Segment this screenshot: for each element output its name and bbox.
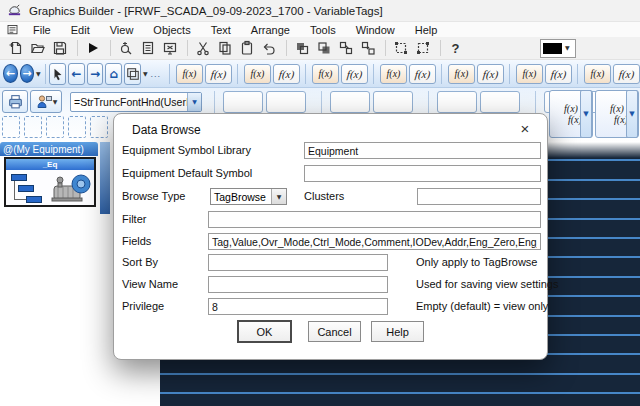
page-list-button[interactable] <box>124 63 141 85</box>
expression-combo-dropdown[interactable]: ▼ <box>187 93 201 111</box>
menu-text[interactable]: Text <box>201 24 241 36</box>
expression-button[interactable]: f(x) <box>584 64 611 84</box>
browse-type-select[interactable]: TagBrowse ▼ <box>210 188 287 205</box>
print-button[interactable] <box>2 90 28 113</box>
genie-window-title: _Eq <box>43 161 58 169</box>
fx-stack-dropdown[interactable]: ▼ <box>580 90 592 138</box>
page-properties-button[interactable] <box>138 39 157 57</box>
filter-input[interactable] <box>208 211 541 228</box>
open-button[interactable] <box>28 39 47 57</box>
paste-button[interactable] <box>237 39 256 57</box>
privilege-input[interactable] <box>208 298 388 315</box>
palette-slot[interactable] <box>68 116 86 138</box>
forward-button[interactable]: → <box>20 64 35 83</box>
toolbar-separator <box>45 64 46 84</box>
menu-help[interactable]: Help <box>405 24 448 36</box>
tree-node <box>11 174 27 181</box>
display-settings-button[interactable] <box>160 39 179 57</box>
palette-slot[interactable] <box>24 116 42 138</box>
chevron-down-icon[interactable]: ▼ <box>143 71 148 77</box>
tree-node <box>26 196 42 203</box>
cancel-button[interactable]: Cancel <box>308 321 361 342</box>
toolbar-separator <box>385 40 386 56</box>
cut-button[interactable] <box>193 39 212 57</box>
app-window: Graphics Builder - [FRWF_SCADA_09-09-202… <box>0 0 640 406</box>
reshape-button[interactable] <box>413 39 432 57</box>
palette-slot[interactable] <box>90 116 108 138</box>
tool-slot[interactable] <box>437 91 477 113</box>
home-icon: ⌂ <box>110 67 119 81</box>
palette-slot[interactable] <box>2 116 20 138</box>
document-icon <box>6 24 19 36</box>
fields-input[interactable] <box>208 233 541 250</box>
run-button[interactable] <box>83 39 102 57</box>
equipment-panel-header[interactable]: @(My Equipment) <box>0 142 98 156</box>
expression-italic-button[interactable]: f(x) <box>409 64 436 84</box>
clusters-input[interactable] <box>417 188 541 205</box>
send-to-back-button[interactable] <box>314 39 333 57</box>
browse-type-dropdown[interactable]: ▼ <box>271 189 286 204</box>
tool-slot[interactable] <box>266 91 306 113</box>
menu-objects[interactable]: Objects <box>143 24 200 36</box>
bring-to-front-button[interactable] <box>292 39 311 57</box>
toolbar-overflow[interactable]: ... <box>151 69 162 79</box>
ungroup-button[interactable] <box>358 39 377 57</box>
menu-view[interactable]: View <box>100 24 144 36</box>
toolbar-separator <box>187 40 188 56</box>
expression-combo[interactable]: =StrTruncFontHnd(UserIn ▼ <box>70 92 202 112</box>
menu-arrange[interactable]: Arrange <box>241 24 300 36</box>
expression-button[interactable]: f(x) <box>244 64 271 84</box>
fx-stack-dropdown[interactable]: ▼ <box>626 90 638 138</box>
tool-slot[interactable] <box>330 91 370 113</box>
panel-edge <box>100 142 110 214</box>
expression-italic-button[interactable]: f(x) <box>477 64 504 84</box>
help-button[interactable]: ? <box>446 39 465 57</box>
tool-slot[interactable] <box>223 91 263 113</box>
select-nodes-button[interactable] <box>391 39 410 57</box>
expression-italic-button[interactable]: f(x) <box>273 64 300 84</box>
save-button[interactable] <box>50 39 69 57</box>
next-page-button[interactable]: → <box>87 63 104 85</box>
expression-button[interactable]: f(x) <box>448 64 475 84</box>
group-button[interactable] <box>336 39 355 57</box>
genie-fx-group: f(x) f(x) <box>169 64 232 84</box>
undo-button[interactable] <box>259 39 278 57</box>
menu-tools[interactable]: Tools <box>300 24 346 36</box>
expression-italic-button[interactable]: f(x) <box>613 64 640 84</box>
copy-button[interactable] <box>215 39 234 57</box>
previous-page-button[interactable]: ← <box>68 63 85 85</box>
user-tool-button[interactable]: ▼ <box>30 90 62 113</box>
close-icon[interactable]: × <box>515 118 535 138</box>
sort-by-input[interactable] <box>208 254 388 271</box>
tool-slot[interactable] <box>480 91 520 113</box>
menu-file[interactable]: File <box>23 24 61 36</box>
menu-bar: File Edit View Objects Text Arrange Tool… <box>0 22 640 37</box>
help-button-dialog[interactable]: Help <box>371 321 424 342</box>
express-wizard-button[interactable] <box>116 39 135 57</box>
view-name-input[interactable] <box>208 276 388 293</box>
fx-icon: f(x) <box>346 68 363 80</box>
expression-button[interactable]: f(x) <box>176 64 203 84</box>
expression-italic-button[interactable]: f(x) <box>341 64 368 84</box>
field-label: Clusters <box>304 188 344 205</box>
expression-button[interactable]: f(x) <box>312 64 339 84</box>
equipment-symbol-library-input[interactable] <box>304 142 541 159</box>
chevron-down-icon[interactable]: ▼ <box>36 71 41 77</box>
select-tool-button[interactable] <box>49 63 66 85</box>
menu-edit[interactable]: Edit <box>61 24 100 36</box>
expression-italic-button[interactable]: f(x) <box>205 64 232 84</box>
ok-button[interactable]: OK <box>238 321 291 342</box>
palette-slot[interactable] <box>46 116 64 138</box>
expression-button[interactable]: f(x) <box>516 64 543 84</box>
menu-window[interactable]: Window <box>346 24 405 36</box>
color-picker[interactable]: ▼ <box>540 39 576 58</box>
genie-fx-group: f(x) f(x) <box>373 64 436 84</box>
tool-slot[interactable] <box>373 91 413 113</box>
back-button[interactable]: ← <box>3 64 18 83</box>
new-page-button[interactable] <box>6 39 25 57</box>
home-page-button[interactable]: ⌂ <box>105 63 122 85</box>
equipment-genie-window[interactable]: _Eq <box>4 157 96 207</box>
expression-italic-button[interactable]: f(x) <box>545 64 572 84</box>
expression-button[interactable]: f(x) <box>380 64 407 84</box>
equipment-default-symbol-input[interactable] <box>304 165 541 182</box>
